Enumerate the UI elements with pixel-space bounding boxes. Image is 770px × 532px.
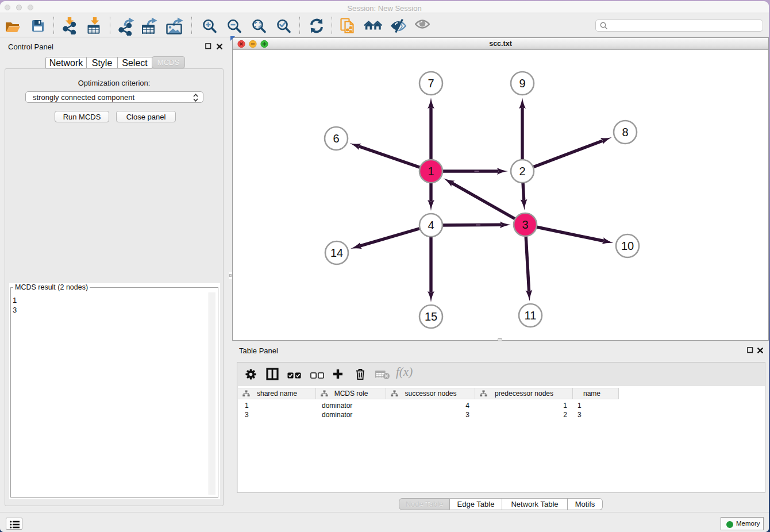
svg-text:2: 2 xyxy=(519,165,525,178)
svg-text:4: 4 xyxy=(428,219,434,232)
svg-text:15: 15 xyxy=(425,310,437,323)
svg-text:3: 3 xyxy=(522,218,528,231)
svg-text:11: 11 xyxy=(525,309,537,322)
svg-text:9: 9 xyxy=(519,77,525,90)
svg-text:1: 1 xyxy=(428,165,434,178)
svg-text:10: 10 xyxy=(621,240,634,252)
svg-text:7: 7 xyxy=(428,77,434,90)
svg-text:14: 14 xyxy=(330,246,343,259)
svg-text:8: 8 xyxy=(622,126,628,138)
svg-text:6: 6 xyxy=(333,132,339,145)
